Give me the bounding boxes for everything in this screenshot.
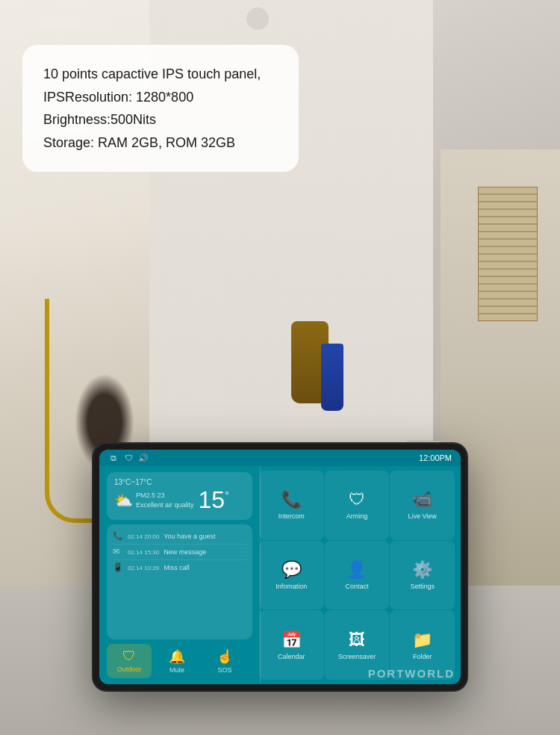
- message-icon: ✉: [113, 547, 123, 557]
- camera-icon: 📹: [412, 490, 432, 509]
- info-line-1: 10 points capactive IPS touch panel,: [43, 63, 278, 86]
- arming-label: Arming: [346, 512, 368, 520]
- weather-range: 13°C~17°C: [114, 478, 245, 486]
- folder-icon: 📁: [412, 630, 432, 650]
- info-line-2: IPSResolution: 1280*800: [43, 86, 278, 109]
- copy-icon: ⧉: [108, 453, 119, 463]
- status-bar: ⧉ 🛡 🔊 12:00PM: [99, 450, 461, 466]
- live-view-label: Live View: [408, 512, 436, 520]
- mute-button[interactable]: 🔔 Mute: [155, 644, 199, 678]
- mute-icon: 🔔: [169, 648, 185, 665]
- notif-item-3: 📱 02.14 10:28 Miss call: [113, 560, 246, 575]
- notif-date-2: 02.14 15:30: [128, 549, 159, 556]
- volume-icon: 🔊: [138, 453, 149, 463]
- screensaver-icon: 🖼: [349, 630, 365, 650]
- settings-button[interactable]: ⚙️ Settings: [390, 541, 455, 610]
- contact-icon: 👤: [346, 560, 367, 580]
- device-screen: ⧉ 🛡 🔊 12:00PM 13°C~17°C ⛅ PM2.5 23 Excel…: [99, 450, 461, 684]
- device-frame: ⧉ 🛡 🔊 12:00PM 13°C~17°C ⛅ PM2.5 23 Excel…: [93, 444, 467, 690]
- information-button[interactable]: 💬 Infomation: [259, 541, 324, 610]
- window-blinds: [478, 187, 538, 321]
- info-line-3: Brightness:500Nits: [43, 108, 278, 131]
- sos-button[interactable]: ☝ SOS: [202, 644, 247, 678]
- notif-text-3: Miss call: [164, 564, 190, 571]
- cloud-icon: ⛅: [114, 491, 133, 509]
- notif-date-1: 02.14 20:00: [128, 533, 159, 540]
- notif-item-1: 📞 02.14 20:00 You have a guest: [113, 529, 246, 545]
- intercom-icon: 📞: [281, 490, 302, 509]
- notif-text-2: New message: [164, 548, 206, 556]
- sos-icon: ☝: [217, 648, 233, 665]
- information-label: Infomation: [276, 583, 307, 590]
- temperature: 15°: [199, 486, 229, 514]
- sos-label: SOS: [217, 666, 231, 674]
- arming-icon: 🛡: [349, 490, 365, 509]
- weather-temp-row: ⛅ PM2.5 23 Excellent air quality 15°: [114, 486, 245, 514]
- mute-label: Mute: [169, 666, 184, 674]
- calendar-label: Calendar: [278, 653, 305, 660]
- folder-button[interactable]: 📁 Folder: [390, 610, 455, 680]
- call-icon: 📞: [113, 531, 123, 542]
- blue-vase: [321, 344, 343, 411]
- settings-icon: ⚙️: [412, 560, 432, 580]
- info-line-4: Storage: RAM 2GB, ROM 32GB: [43, 131, 278, 155]
- ceiling-speaker: [246, 7, 269, 30]
- left-panel: 13°C~17°C ⛅ PM2.5 23 Excellent air quali…: [99, 466, 260, 684]
- app-grid: 📞 Intercom 🛡 Arming 📹 Live View 💬 Infoma…: [259, 466, 461, 684]
- contact-button[interactable]: 👤 Contact: [325, 541, 390, 610]
- status-time: 12:00PM: [419, 453, 452, 462]
- calendar-icon: 📅: [281, 630, 302, 650]
- live-view-button[interactable]: 📹 Live View: [390, 471, 455, 540]
- intercom-label: Intercom: [279, 512, 305, 520]
- settings-label: Settings: [410, 583, 435, 590]
- contact-label: Contact: [345, 583, 368, 590]
- outdoor-button[interactable]: 🛡 Outdoor: [107, 644, 152, 678]
- calendar-button[interactable]: 📅 Calendar: [259, 610, 324, 680]
- folder-label: Folder: [413, 653, 432, 660]
- weather-pm: PM2.5 23 Excellent air quality: [136, 491, 194, 509]
- ceiling-light: [37, 15, 82, 30]
- weather-widget: 13°C~17°C ⛅ PM2.5 23 Excellent air quali…: [107, 472, 252, 520]
- notification-list: 📞 02.14 20:00 You have a guest ✉ 02.14 1…: [107, 524, 252, 639]
- arming-button[interactable]: 🛡 Arming: [325, 471, 390, 540]
- info-card: 10 points capactive IPS touch panel, IPS…: [22, 45, 299, 172]
- shield-icon: 🛡: [123, 453, 134, 463]
- outdoor-icon: 🛡: [122, 648, 136, 664]
- notif-date-3: 02.14 10:28: [128, 565, 159, 571]
- information-icon: 💬: [281, 560, 302, 580]
- notif-text-1: You have a guest: [164, 533, 215, 540]
- weather-icon-area: ⛅ PM2.5 23 Excellent air quality: [114, 491, 194, 509]
- notif-item-2: ✉ 02.14 15:30 New message: [113, 545, 246, 560]
- bottom-left-icons: 🛡 Outdoor 🔔 Mute ☝ SOS: [107, 644, 252, 678]
- status-icons: ⧉ 🛡 🔊: [108, 453, 149, 463]
- screensaver-label: Screensaver: [338, 653, 376, 660]
- intercom-button[interactable]: 📞 Intercom: [259, 471, 324, 540]
- screensaver-button[interactable]: 🖼 Screensaver: [325, 610, 390, 680]
- missed-call-icon: 📱: [113, 562, 123, 573]
- outdoor-label: Outdoor: [117, 666, 142, 673]
